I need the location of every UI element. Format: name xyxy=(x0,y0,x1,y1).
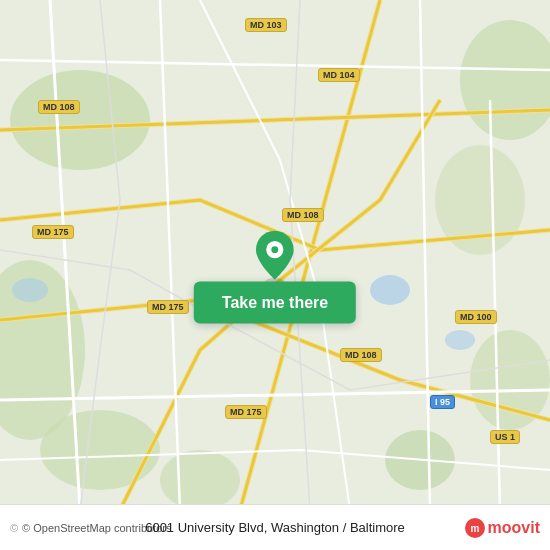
moovit-icon: m xyxy=(465,518,485,538)
road-label-i95: I 95 xyxy=(430,395,455,409)
svg-point-14 xyxy=(272,246,279,253)
road-label-md108-1: MD 108 xyxy=(38,100,80,114)
location-pin-icon xyxy=(245,227,305,287)
road-label-md175-2: MD 175 xyxy=(147,300,189,314)
moovit-logo: m moovit xyxy=(465,518,540,538)
copyright-icon: © xyxy=(10,522,18,534)
road-label-md103: MD 103 xyxy=(245,18,287,32)
road-label-md175-1: MD 175 xyxy=(32,225,74,239)
map-container: MD 103 MD 104 MD 108 MD 175 MD 108 MD 17… xyxy=(0,0,550,550)
svg-point-10 xyxy=(445,330,475,350)
take-me-there-container: Take me there xyxy=(194,227,356,324)
road-label-us1: US 1 xyxy=(490,430,520,444)
svg-point-9 xyxy=(370,275,410,305)
bottom-bar: © © OpenStreetMap contributors 6001 Univ… xyxy=(0,504,550,550)
svg-text:m: m xyxy=(470,523,479,534)
svg-point-11 xyxy=(12,278,48,302)
road-label-md108-2: MD 108 xyxy=(282,208,324,222)
svg-point-7 xyxy=(40,410,160,490)
road-label-md100: MD 100 xyxy=(455,310,497,324)
road-label-md175-3: MD 175 xyxy=(225,405,267,419)
road-label-md104: MD 104 xyxy=(318,68,360,82)
address-text: 6001 University Blvd, Washington / Balti… xyxy=(145,520,405,535)
moovit-text: moovit xyxy=(488,519,540,537)
svg-point-1 xyxy=(10,70,150,170)
svg-point-8 xyxy=(160,450,240,510)
take-me-there-button[interactable]: Take me there xyxy=(194,282,356,324)
road-label-md108-3: MD 108 xyxy=(340,348,382,362)
